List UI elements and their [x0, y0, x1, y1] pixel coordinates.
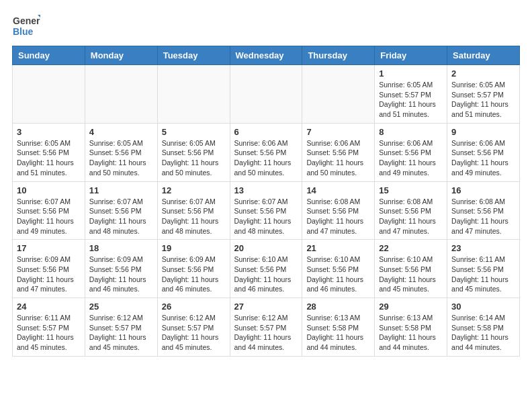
day-info: Sunrise: 6:11 AM Sunset: 5:57 PM Dayligh…	[17, 313, 81, 353]
day-header-saturday: Saturday	[447, 46, 520, 65]
day-cell: 12Sunrise: 6:07 AM Sunset: 5:56 PM Dayli…	[157, 181, 230, 240]
day-cell: 24Sunrise: 6:11 AM Sunset: 5:57 PM Dayli…	[13, 298, 85, 357]
day-info: Sunrise: 6:12 AM Sunset: 5:57 PM Dayligh…	[89, 313, 153, 353]
day-number: 9	[451, 127, 515, 137]
day-number: 28	[306, 302, 370, 312]
day-cell: 18Sunrise: 6:09 AM Sunset: 5:56 PM Dayli…	[85, 240, 157, 298]
page: General Blue SundayMondayTuesdayWednesda…	[0, 0, 532, 369]
day-cell: 1Sunrise: 6:05 AM Sunset: 5:57 PM Daylig…	[375, 65, 447, 124]
day-cell	[302, 65, 375, 124]
day-info: Sunrise: 6:08 AM Sunset: 5:56 PM Dayligh…	[451, 197, 515, 236]
day-cell	[13, 65, 85, 124]
day-cell: 17Sunrise: 6:09 AM Sunset: 5:56 PM Dayli…	[13, 240, 85, 298]
day-number: 18	[89, 243, 153, 253]
day-info: Sunrise: 6:12 AM Sunset: 5:57 PM Dayligh…	[234, 313, 298, 353]
svg-text:General: General	[13, 15, 40, 26]
day-info: Sunrise: 6:09 AM Sunset: 5:56 PM Dayligh…	[17, 255, 81, 294]
day-info: Sunrise: 6:06 AM Sunset: 5:56 PM Dayligh…	[451, 138, 515, 178]
day-cell: 22Sunrise: 6:10 AM Sunset: 5:56 PM Dayli…	[375, 240, 447, 298]
logo-svg: General Blue	[12, 12, 40, 40]
calendar-table: SundayMondayTuesdayWednesdayThursdayFrid…	[12, 46, 520, 357]
day-number: 10	[17, 185, 81, 195]
calendar-body: 1Sunrise: 6:05 AM Sunset: 5:57 PM Daylig…	[13, 65, 520, 357]
day-number: 19	[162, 243, 226, 253]
day-info: Sunrise: 6:08 AM Sunset: 5:56 PM Dayligh…	[306, 197, 370, 236]
logo: General Blue	[12, 12, 40, 40]
day-info: Sunrise: 6:05 AM Sunset: 5:56 PM Dayligh…	[162, 138, 226, 178]
day-number: 7	[306, 127, 370, 137]
day-info: Sunrise: 6:14 AM Sunset: 5:58 PM Dayligh…	[451, 313, 515, 353]
day-cell	[85, 65, 157, 124]
calendar-wrapper: SundayMondayTuesdayWednesdayThursdayFrid…	[0, 46, 532, 369]
week-row-2: 3Sunrise: 6:05 AM Sunset: 5:56 PM Daylig…	[13, 123, 520, 181]
day-cell: 26Sunrise: 6:12 AM Sunset: 5:57 PM Dayli…	[157, 298, 230, 357]
day-header-thursday: Thursday	[302, 46, 375, 65]
day-info: Sunrise: 6:13 AM Sunset: 5:58 PM Dayligh…	[379, 313, 443, 353]
day-cell: 20Sunrise: 6:10 AM Sunset: 5:56 PM Dayli…	[230, 240, 302, 298]
day-number: 20	[234, 243, 298, 253]
day-info: Sunrise: 6:06 AM Sunset: 5:56 PM Dayligh…	[379, 138, 443, 178]
day-cell: 30Sunrise: 6:14 AM Sunset: 5:58 PM Dayli…	[447, 298, 520, 357]
week-row-5: 24Sunrise: 6:11 AM Sunset: 5:57 PM Dayli…	[13, 298, 520, 357]
day-cell: 9Sunrise: 6:06 AM Sunset: 5:56 PM Daylig…	[447, 123, 520, 181]
day-info: Sunrise: 6:07 AM Sunset: 5:56 PM Dayligh…	[234, 197, 298, 236]
week-row-4: 17Sunrise: 6:09 AM Sunset: 5:56 PM Dayli…	[13, 240, 520, 298]
day-cell: 6Sunrise: 6:06 AM Sunset: 5:56 PM Daylig…	[230, 123, 302, 181]
day-number: 15	[379, 185, 443, 195]
day-header-wednesday: Wednesday	[230, 46, 302, 65]
day-cell: 19Sunrise: 6:09 AM Sunset: 5:56 PM Dayli…	[157, 240, 230, 298]
day-cell: 4Sunrise: 6:05 AM Sunset: 5:56 PM Daylig…	[85, 123, 157, 181]
day-cell: 27Sunrise: 6:12 AM Sunset: 5:57 PM Dayli…	[230, 298, 302, 357]
day-number: 27	[234, 302, 298, 312]
day-cell: 21Sunrise: 6:10 AM Sunset: 5:56 PM Dayli…	[302, 240, 375, 298]
day-info: Sunrise: 6:10 AM Sunset: 5:56 PM Dayligh…	[379, 255, 443, 294]
day-info: Sunrise: 6:05 AM Sunset: 5:56 PM Dayligh…	[89, 138, 153, 178]
day-number: 24	[17, 302, 81, 312]
day-cell	[157, 65, 230, 124]
day-cell: 2Sunrise: 6:05 AM Sunset: 5:57 PM Daylig…	[447, 65, 520, 124]
day-info: Sunrise: 6:05 AM Sunset: 5:57 PM Dayligh…	[451, 80, 515, 120]
day-header-friday: Friday	[375, 46, 447, 65]
day-info: Sunrise: 6:09 AM Sunset: 5:56 PM Dayligh…	[89, 255, 153, 294]
day-info: Sunrise: 6:09 AM Sunset: 5:56 PM Dayligh…	[162, 255, 226, 294]
day-info: Sunrise: 6:12 AM Sunset: 5:57 PM Dayligh…	[162, 313, 226, 353]
day-info: Sunrise: 6:05 AM Sunset: 5:57 PM Dayligh…	[379, 80, 443, 120]
header: General Blue	[0, 0, 532, 46]
day-cell	[230, 65, 302, 124]
header-row: SundayMondayTuesdayWednesdayThursdayFrid…	[13, 46, 520, 65]
day-number: 17	[17, 243, 81, 253]
day-cell: 7Sunrise: 6:06 AM Sunset: 5:56 PM Daylig…	[302, 123, 375, 181]
day-cell: 3Sunrise: 6:05 AM Sunset: 5:56 PM Daylig…	[13, 123, 85, 181]
day-number: 3	[17, 127, 81, 137]
day-info: Sunrise: 6:11 AM Sunset: 5:56 PM Dayligh…	[451, 255, 515, 294]
day-header-tuesday: Tuesday	[157, 46, 230, 65]
day-number: 26	[162, 302, 226, 312]
day-number: 21	[306, 243, 370, 253]
day-number: 23	[451, 243, 515, 253]
day-header-monday: Monday	[85, 46, 157, 65]
day-info: Sunrise: 6:06 AM Sunset: 5:56 PM Dayligh…	[306, 138, 370, 178]
day-number: 25	[89, 302, 153, 312]
day-number: 4	[89, 127, 153, 137]
day-info: Sunrise: 6:10 AM Sunset: 5:56 PM Dayligh…	[306, 255, 370, 294]
day-cell: 29Sunrise: 6:13 AM Sunset: 5:58 PM Dayli…	[375, 298, 447, 357]
day-cell: 8Sunrise: 6:06 AM Sunset: 5:56 PM Daylig…	[375, 123, 447, 181]
day-number: 2	[451, 68, 515, 79]
day-cell: 5Sunrise: 6:05 AM Sunset: 5:56 PM Daylig…	[157, 123, 230, 181]
day-cell: 15Sunrise: 6:08 AM Sunset: 5:56 PM Dayli…	[375, 181, 447, 240]
day-number: 22	[379, 243, 443, 253]
day-cell: 16Sunrise: 6:08 AM Sunset: 5:56 PM Dayli…	[447, 181, 520, 240]
day-info: Sunrise: 6:07 AM Sunset: 5:56 PM Dayligh…	[162, 197, 226, 236]
svg-text:Blue: Blue	[13, 26, 34, 37]
day-number: 11	[89, 185, 153, 195]
day-info: Sunrise: 6:06 AM Sunset: 5:56 PM Dayligh…	[234, 138, 298, 178]
day-number: 16	[451, 185, 515, 195]
day-number: 30	[451, 302, 515, 312]
day-info: Sunrise: 6:07 AM Sunset: 5:56 PM Dayligh…	[89, 197, 153, 236]
day-info: Sunrise: 6:08 AM Sunset: 5:56 PM Dayligh…	[379, 197, 443, 236]
day-header-sunday: Sunday	[13, 46, 85, 65]
day-cell: 23Sunrise: 6:11 AM Sunset: 5:56 PM Dayli…	[447, 240, 520, 298]
day-cell: 13Sunrise: 6:07 AM Sunset: 5:56 PM Dayli…	[230, 181, 302, 240]
day-cell: 25Sunrise: 6:12 AM Sunset: 5:57 PM Dayli…	[85, 298, 157, 357]
day-number: 5	[162, 127, 226, 137]
